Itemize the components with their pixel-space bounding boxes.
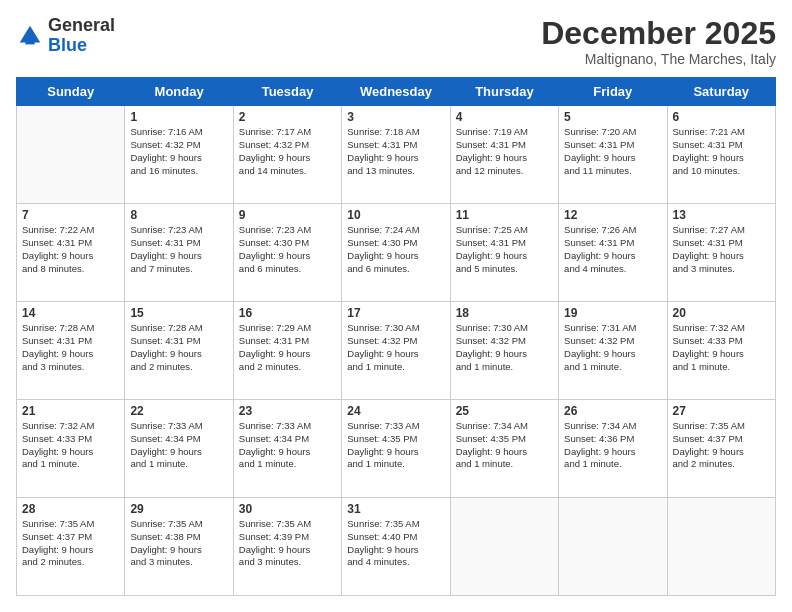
- day-number: 5: [564, 110, 661, 124]
- day-number: 31: [347, 502, 444, 516]
- day-info: Sunrise: 7:29 AMSunset: 4:31 PMDaylight:…: [239, 322, 336, 373]
- day-info: Sunrise: 7:35 AMSunset: 4:37 PMDaylight:…: [22, 518, 119, 569]
- header: General Blue December 2025 Maltignano, T…: [16, 16, 776, 67]
- day-info: Sunrise: 7:23 AMSunset: 4:31 PMDaylight:…: [130, 224, 227, 275]
- day-info: Sunrise: 7:30 AMSunset: 4:32 PMDaylight:…: [456, 322, 553, 373]
- day-number: 16: [239, 306, 336, 320]
- day-info: Sunrise: 7:28 AMSunset: 4:31 PMDaylight:…: [22, 322, 119, 373]
- page: General Blue December 2025 Maltignano, T…: [0, 0, 792, 612]
- day-number: 2: [239, 110, 336, 124]
- calendar-cell: 11Sunrise: 7:25 AMSunset: 4:31 PMDayligh…: [450, 204, 558, 302]
- logo-text: General Blue: [48, 16, 115, 56]
- calendar-cell: 17Sunrise: 7:30 AMSunset: 4:32 PMDayligh…: [342, 302, 450, 400]
- day-header-monday: Monday: [125, 78, 233, 106]
- logo-icon: [16, 22, 44, 50]
- calendar-cell: 14Sunrise: 7:28 AMSunset: 4:31 PMDayligh…: [17, 302, 125, 400]
- calendar-cell: 3Sunrise: 7:18 AMSunset: 4:31 PMDaylight…: [342, 106, 450, 204]
- week-row-0: 1Sunrise: 7:16 AMSunset: 4:32 PMDaylight…: [17, 106, 776, 204]
- day-number: 27: [673, 404, 770, 418]
- calendar-cell: [450, 498, 558, 596]
- day-number: 28: [22, 502, 119, 516]
- day-number: 1: [130, 110, 227, 124]
- logo: General Blue: [16, 16, 115, 56]
- day-number: 23: [239, 404, 336, 418]
- day-number: 12: [564, 208, 661, 222]
- day-info: Sunrise: 7:17 AMSunset: 4:32 PMDaylight:…: [239, 126, 336, 177]
- day-number: 7: [22, 208, 119, 222]
- calendar-cell: 8Sunrise: 7:23 AMSunset: 4:31 PMDaylight…: [125, 204, 233, 302]
- day-info: Sunrise: 7:35 AMSunset: 4:37 PMDaylight:…: [673, 420, 770, 471]
- calendar-cell: 5Sunrise: 7:20 AMSunset: 4:31 PMDaylight…: [559, 106, 667, 204]
- calendar-cell: 31Sunrise: 7:35 AMSunset: 4:40 PMDayligh…: [342, 498, 450, 596]
- calendar-table: SundayMondayTuesdayWednesdayThursdayFrid…: [16, 77, 776, 596]
- calendar-cell: [559, 498, 667, 596]
- title-section: December 2025 Maltignano, The Marches, I…: [541, 16, 776, 67]
- day-info: Sunrise: 7:32 AMSunset: 4:33 PMDaylight:…: [673, 322, 770, 373]
- day-number: 21: [22, 404, 119, 418]
- calendar-cell: 23Sunrise: 7:33 AMSunset: 4:34 PMDayligh…: [233, 400, 341, 498]
- day-number: 25: [456, 404, 553, 418]
- day-number: 29: [130, 502, 227, 516]
- day-number: 13: [673, 208, 770, 222]
- day-info: Sunrise: 7:28 AMSunset: 4:31 PMDaylight:…: [130, 322, 227, 373]
- day-number: 14: [22, 306, 119, 320]
- day-number: 20: [673, 306, 770, 320]
- calendar-cell: [17, 106, 125, 204]
- day-number: 11: [456, 208, 553, 222]
- day-info: Sunrise: 7:33 AMSunset: 4:34 PMDaylight:…: [239, 420, 336, 471]
- calendar-cell: 4Sunrise: 7:19 AMSunset: 4:31 PMDaylight…: [450, 106, 558, 204]
- day-info: Sunrise: 7:18 AMSunset: 4:31 PMDaylight:…: [347, 126, 444, 177]
- day-info: Sunrise: 7:35 AMSunset: 4:40 PMDaylight:…: [347, 518, 444, 569]
- day-number: 26: [564, 404, 661, 418]
- day-header-friday: Friday: [559, 78, 667, 106]
- calendar-cell: 27Sunrise: 7:35 AMSunset: 4:37 PMDayligh…: [667, 400, 775, 498]
- day-header-wednesday: Wednesday: [342, 78, 450, 106]
- day-number: 9: [239, 208, 336, 222]
- location: Maltignano, The Marches, Italy: [541, 51, 776, 67]
- day-info: Sunrise: 7:25 AMSunset: 4:31 PMDaylight:…: [456, 224, 553, 275]
- day-info: Sunrise: 7:16 AMSunset: 4:32 PMDaylight:…: [130, 126, 227, 177]
- calendar-cell: 28Sunrise: 7:35 AMSunset: 4:37 PMDayligh…: [17, 498, 125, 596]
- day-info: Sunrise: 7:19 AMSunset: 4:31 PMDaylight:…: [456, 126, 553, 177]
- day-number: 15: [130, 306, 227, 320]
- day-info: Sunrise: 7:34 AMSunset: 4:35 PMDaylight:…: [456, 420, 553, 471]
- day-info: Sunrise: 7:34 AMSunset: 4:36 PMDaylight:…: [564, 420, 661, 471]
- day-header-thursday: Thursday: [450, 78, 558, 106]
- day-number: 17: [347, 306, 444, 320]
- day-header-tuesday: Tuesday: [233, 78, 341, 106]
- week-row-3: 21Sunrise: 7:32 AMSunset: 4:33 PMDayligh…: [17, 400, 776, 498]
- month-title: December 2025: [541, 16, 776, 51]
- day-number: 6: [673, 110, 770, 124]
- day-info: Sunrise: 7:32 AMSunset: 4:33 PMDaylight:…: [22, 420, 119, 471]
- day-info: Sunrise: 7:23 AMSunset: 4:30 PMDaylight:…: [239, 224, 336, 275]
- day-info: Sunrise: 7:33 AMSunset: 4:35 PMDaylight:…: [347, 420, 444, 471]
- calendar-cell: 21Sunrise: 7:32 AMSunset: 4:33 PMDayligh…: [17, 400, 125, 498]
- day-info: Sunrise: 7:27 AMSunset: 4:31 PMDaylight:…: [673, 224, 770, 275]
- day-number: 18: [456, 306, 553, 320]
- day-info: Sunrise: 7:21 AMSunset: 4:31 PMDaylight:…: [673, 126, 770, 177]
- calendar-cell: 12Sunrise: 7:26 AMSunset: 4:31 PMDayligh…: [559, 204, 667, 302]
- day-header-saturday: Saturday: [667, 78, 775, 106]
- calendar-cell: 16Sunrise: 7:29 AMSunset: 4:31 PMDayligh…: [233, 302, 341, 400]
- calendar-body: 1Sunrise: 7:16 AMSunset: 4:32 PMDaylight…: [17, 106, 776, 596]
- calendar-cell: 9Sunrise: 7:23 AMSunset: 4:30 PMDaylight…: [233, 204, 341, 302]
- day-number: 19: [564, 306, 661, 320]
- day-info: Sunrise: 7:31 AMSunset: 4:32 PMDaylight:…: [564, 322, 661, 373]
- day-number: 30: [239, 502, 336, 516]
- day-info: Sunrise: 7:35 AMSunset: 4:38 PMDaylight:…: [130, 518, 227, 569]
- day-info: Sunrise: 7:22 AMSunset: 4:31 PMDaylight:…: [22, 224, 119, 275]
- week-row-1: 7Sunrise: 7:22 AMSunset: 4:31 PMDaylight…: [17, 204, 776, 302]
- calendar-cell: 30Sunrise: 7:35 AMSunset: 4:39 PMDayligh…: [233, 498, 341, 596]
- calendar-cell: 26Sunrise: 7:34 AMSunset: 4:36 PMDayligh…: [559, 400, 667, 498]
- calendar-cell: 18Sunrise: 7:30 AMSunset: 4:32 PMDayligh…: [450, 302, 558, 400]
- days-header-row: SundayMondayTuesdayWednesdayThursdayFrid…: [17, 78, 776, 106]
- day-info: Sunrise: 7:35 AMSunset: 4:39 PMDaylight:…: [239, 518, 336, 569]
- logo-blue: Blue: [48, 35, 87, 55]
- calendar-cell: 29Sunrise: 7:35 AMSunset: 4:38 PMDayligh…: [125, 498, 233, 596]
- day-number: 10: [347, 208, 444, 222]
- day-info: Sunrise: 7:24 AMSunset: 4:30 PMDaylight:…: [347, 224, 444, 275]
- day-header-sunday: Sunday: [17, 78, 125, 106]
- calendar-cell: 25Sunrise: 7:34 AMSunset: 4:35 PMDayligh…: [450, 400, 558, 498]
- calendar-cell: 6Sunrise: 7:21 AMSunset: 4:31 PMDaylight…: [667, 106, 775, 204]
- calendar-cell: 10Sunrise: 7:24 AMSunset: 4:30 PMDayligh…: [342, 204, 450, 302]
